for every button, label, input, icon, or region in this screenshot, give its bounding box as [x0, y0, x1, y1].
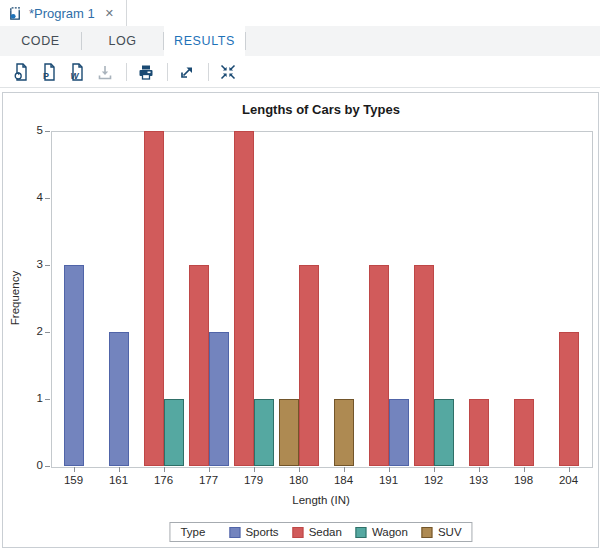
tab-results[interactable]: RESULTS: [164, 26, 245, 56]
y-tick-label: 0: [19, 459, 43, 471]
toolbar-separator: [167, 63, 168, 81]
x-tick-mark: [164, 467, 165, 472]
legend: Type SportsSedanWagonSUV: [169, 522, 472, 542]
bar-wagon: [254, 399, 274, 466]
x-tick-mark: [434, 467, 435, 472]
x-tick-mark: [524, 467, 525, 472]
legend-label: SUV: [438, 526, 462, 538]
y-tick-label: 5: [19, 124, 43, 136]
x-tick-label: 192: [414, 474, 454, 486]
close-tab-icon[interactable]: ✕: [105, 7, 114, 20]
x-tick-mark: [209, 467, 210, 472]
bar-sedan: [514, 399, 534, 466]
bar-sports: [209, 332, 229, 466]
bar-suv: [334, 399, 354, 466]
x-tick-mark: [254, 467, 255, 472]
legend-swatch: [229, 527, 240, 538]
download-word-icon: W: [67, 62, 87, 82]
y-tick-label: 1: [19, 392, 43, 404]
legend-item-sports: Sports: [229, 526, 278, 538]
y-tick-label: 3: [19, 258, 43, 270]
x-axis-title: Length (IN): [51, 494, 591, 506]
download-icon: [95, 62, 115, 82]
x-tick-mark: [479, 467, 480, 472]
y-tick-mark: [45, 466, 50, 467]
program-icon: [8, 6, 23, 21]
svg-text:P: P: [43, 71, 49, 81]
results-toolbar: P W: [0, 56, 600, 88]
y-tick-mark: [45, 332, 50, 333]
download-pdf-icon: P: [39, 62, 59, 82]
x-tick-label: 184: [324, 474, 364, 486]
bar-suv: [279, 399, 299, 466]
x-tick-label: 191: [369, 474, 409, 486]
tab-code[interactable]: CODE: [0, 26, 81, 56]
results-tab-strip: CODE LOG RESULTS: [0, 26, 600, 57]
exit-maximize-icon: [218, 62, 238, 82]
svg-text:W: W: [71, 71, 80, 81]
legend-item-sedan: Sedan: [293, 526, 342, 538]
y-tick-mark: [45, 131, 50, 132]
y-axis-title: Frequency: [9, 271, 21, 325]
x-tick-mark: [119, 467, 120, 472]
x-tick-label: 193: [459, 474, 499, 486]
legend-swatch: [422, 527, 433, 538]
tab-program-1[interactable]: *Program 1 ✕: [0, 0, 127, 26]
bar-sedan: [469, 399, 489, 466]
open-new-tab-icon: [177, 62, 197, 82]
download-button[interactable]: [92, 60, 118, 84]
download-html-button[interactable]: [8, 60, 34, 84]
legend-item-suv: SUV: [422, 526, 462, 538]
x-tick-label: 180: [279, 474, 319, 486]
toolbar-separator: [208, 63, 209, 81]
x-tick-mark: [569, 467, 570, 472]
x-tick-label: 159: [54, 474, 94, 486]
bar-sports: [109, 332, 129, 466]
x-tick-label: 176: [144, 474, 184, 486]
tab-log[interactable]: LOG: [82, 26, 163, 56]
chart-title: Lengths of Cars by Types: [51, 102, 591, 117]
download-pdf-button[interactable]: P: [36, 60, 62, 84]
legend-item-wagon: Wagon: [356, 526, 408, 538]
sas-studio-window: *Program 1 ✕ CODE LOG RESULTS P: [0, 0, 600, 549]
legend-swatch: [293, 527, 304, 538]
download-word-button[interactable]: W: [64, 60, 90, 84]
x-tick-label: 179: [234, 474, 274, 486]
bar-wagon: [434, 399, 454, 466]
y-tick-mark: [45, 265, 50, 266]
bar-sports: [389, 399, 409, 466]
print-icon: [136, 62, 156, 82]
open-new-tab-button[interactable]: [174, 60, 200, 84]
y-tick-label: 4: [19, 191, 43, 203]
bar-wagon: [164, 399, 184, 466]
x-tick-label: 177: [189, 474, 229, 486]
bar-sedan: [299, 265, 319, 466]
results-graph: Lengths of Cars by Types Frequency Lengt…: [2, 92, 599, 548]
bar-sedan: [414, 265, 434, 466]
download-html-icon: [11, 62, 31, 82]
legend-label: Sports: [245, 526, 278, 538]
x-tick-label: 198: [504, 474, 544, 486]
x-tick-label: 204: [549, 474, 589, 486]
print-button[interactable]: [133, 60, 159, 84]
y-tick-label: 2: [19, 325, 43, 337]
toolbar-separator: [126, 63, 127, 81]
x-tick-mark: [344, 467, 345, 472]
legend-swatch: [356, 527, 367, 538]
tab-separator: [245, 32, 246, 50]
tab-title: *Program 1: [29, 6, 95, 21]
x-tick-label: 161: [99, 474, 139, 486]
legend-title: Type: [180, 526, 205, 538]
y-tick-mark: [45, 399, 50, 400]
x-tick-mark: [299, 467, 300, 472]
x-tick-mark: [74, 467, 75, 472]
bar-sedan: [559, 332, 579, 466]
bar-sedan: [189, 265, 209, 466]
bar-sedan: [144, 131, 164, 466]
x-tick-mark: [389, 467, 390, 472]
plot-area: [51, 131, 593, 468]
legend-label: Sedan: [309, 526, 342, 538]
y-tick-mark: [45, 198, 50, 199]
exit-maximize-button[interactable]: [215, 60, 241, 84]
bar-sedan: [234, 131, 254, 466]
